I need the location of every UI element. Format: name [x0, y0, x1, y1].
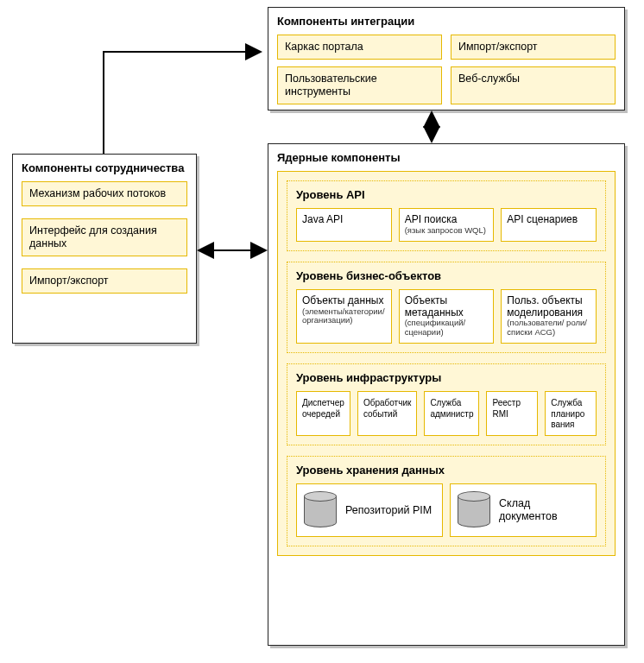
business-item-main: Объекты данных [302, 294, 383, 306]
api-item-main: API сценариев [507, 213, 578, 225]
tier-storage-title: Уровень хранения данных [296, 464, 597, 477]
api-item-small: (язык запросов WQL) [405, 226, 489, 236]
storage-item-label: Репозиторий PIM [345, 504, 432, 517]
tier-api: Уровень API Java API API поиска (язык за… [287, 180, 606, 251]
integration-item: Каркас портала [277, 35, 442, 60]
collaboration-panel: Компоненты сотрудничества Механизм рабоч… [12, 154, 197, 344]
tier-business: Уровень бизнес-объектов Объекты данных (… [287, 262, 606, 353]
database-icon [304, 491, 337, 529]
business-item: Объекты данных (элементы/категории/ орга… [296, 289, 392, 344]
business-item-main: Польз. объекты моделирования [507, 294, 583, 319]
collaboration-item: Импорт/экспорт [22, 268, 187, 294]
api-item-main: Java API [302, 213, 343, 225]
integration-item: Пользовательские инструменты [277, 66, 442, 104]
infra-item-main: Реестр RMI [492, 398, 521, 419]
infra-item: Диспетчер очередей [296, 391, 350, 436]
infra-item-main: Обработчик событий [363, 398, 411, 419]
storage-item-label: Склад документов [499, 497, 589, 523]
business-item: Польз. объекты моделирования (пользовате… [501, 289, 597, 344]
api-item: API сценариев [501, 208, 597, 242]
infra-item: Служба планиро вания [545, 391, 597, 436]
tier-business-title: Уровень бизнес-объектов [296, 269, 597, 282]
core-title: Ядерные компоненты [277, 151, 616, 164]
core-panel: Ядерные компоненты Уровень API Java API … [268, 143, 625, 646]
infra-item: Обработчик событий [357, 391, 417, 436]
tier-infra: Уровень инфраструктуры Диспетчер очереде… [287, 363, 606, 445]
collaboration-item: Интерфейс для создания данных [22, 218, 187, 256]
business-item-main: Объекты метаданных [405, 294, 464, 319]
tier-storage: Уровень хранения данных Репозиторий PIM … [287, 456, 606, 546]
core-inner: Уровень API Java API API поиска (язык за… [277, 171, 616, 556]
infra-item: Служба администр [424, 391, 479, 436]
collaboration-item: Механизм рабочих потоков [22, 181, 187, 206]
integration-item: Веб-службы [451, 66, 616, 104]
storage-item: Репозиторий PIM [296, 483, 443, 537]
infra-item-main: Диспетчер очередей [302, 398, 344, 419]
collaboration-title: Компоненты сотрудничества [22, 161, 187, 174]
database-icon [458, 491, 490, 529]
api-item: Java API [296, 208, 392, 242]
storage-item: Склад документов [450, 483, 597, 537]
tier-api-title: Уровень API [296, 188, 597, 201]
business-item-small: (пользователи/ роли/списки ACG) [507, 319, 590, 338]
infra-item-main: Служба администр [430, 398, 473, 419]
integration-panel: Компоненты интеграции Каркас портала Имп… [268, 7, 625, 110]
business-item-small: (элементы/категории/ организации) [302, 307, 386, 326]
integration-item: Импорт/экспорт [451, 35, 616, 60]
api-item-main: API поиска [405, 213, 458, 225]
api-item: API поиска (язык запросов WQL) [399, 208, 495, 242]
tier-infra-title: Уровень инфраструктуры [296, 371, 597, 384]
integration-title: Компоненты интеграции [277, 15, 616, 28]
business-item-small: (спецификаций/ сценарии) [405, 319, 489, 338]
infra-item: Реестр RMI [486, 391, 538, 436]
infra-item-main: Служба планиро вания [551, 398, 584, 429]
business-item: Объекты метаданных (спецификаций/ сценар… [399, 289, 495, 344]
